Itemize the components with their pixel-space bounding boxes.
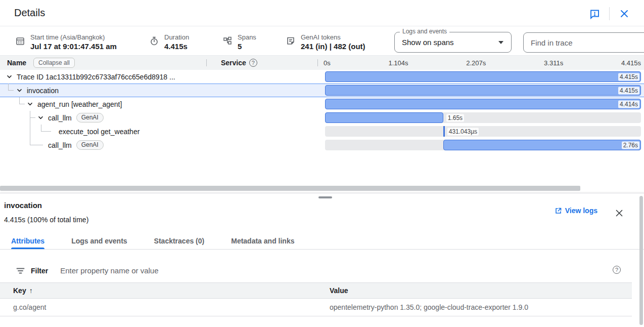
- span-row-invocation[interactable]: invocation 4.415s: [0, 84, 644, 97]
- close-icon: [615, 209, 624, 218]
- feedback-icon: [589, 8, 601, 20]
- value-column-header: Value: [330, 283, 348, 298]
- span-duration-label: 4.414s: [618, 100, 639, 108]
- span-name: call_llm: [48, 141, 72, 149]
- filter-icon: [16, 267, 25, 274]
- logs-and-events-dropdown-value: Show on spans: [402, 32, 454, 52]
- timeline-ticks: 0s 1.104s 2.207s 3.311s 4.415s: [324, 56, 641, 70]
- span-duration-label: 2.76s: [622, 141, 639, 149]
- span-bar[interactable]: 2.76s: [443, 140, 641, 150]
- spans-label: Spans: [238, 33, 256, 42]
- close-details-button[interactable]: [617, 6, 632, 21]
- filter-label: Filter: [31, 267, 48, 275]
- chevron-down-icon[interactable]: [6, 75, 12, 78]
- span-bar[interactable]: [325, 112, 443, 123]
- tick-label: 0s: [324, 59, 331, 67]
- start-time-label: Start time (Asia/Bangkok): [30, 33, 117, 42]
- feedback-button[interactable]: [587, 6, 602, 21]
- help-icon[interactable]: ?: [249, 59, 257, 67]
- name-column-header: Name: [7, 56, 26, 70]
- span-waterfall: Trace ID 1ac13311b992c6733af76cc65e6d891…: [0, 70, 644, 152]
- key-column-header[interactable]: Key↑: [13, 283, 33, 298]
- span-duration-label: 4.415s: [618, 73, 639, 80]
- tab-stacktraces[interactable]: Stacktraces (0): [154, 234, 205, 249]
- filter-input[interactable]: [60, 266, 515, 275]
- help-icon[interactable]: ?: [613, 266, 621, 274]
- genai-tokens-icon: [286, 36, 296, 51]
- spans-value: 5: [238, 42, 256, 51]
- details-header: Details: [0, 0, 644, 26]
- trace-summary-toolbar: Start time (Asia/Bangkok) Jul 17 at 9:01…: [0, 26, 644, 56]
- view-logs-label: View logs: [565, 207, 597, 215]
- attributes-filter-bar: Filter ?: [0, 259, 644, 282]
- span-bar[interactable]: 4.415s: [325, 71, 641, 82]
- attribute-row[interactable]: g.co/agent opentelemetry-python 1.35.0; …: [0, 299, 632, 316]
- trace-details-page: Details: [0, 0, 644, 327]
- stat-spans: Spans 5: [222, 33, 256, 51]
- span-row-agent-run[interactable]: agent_run [weather_agent] 4.414s: [0, 97, 644, 111]
- tab-attributes[interactable]: Attributes: [11, 234, 44, 249]
- header-divider: [609, 7, 610, 20]
- horizontal-scrollbar[interactable]: [0, 186, 580, 191]
- page-title: Details: [14, 7, 45, 19]
- sort-ascending-icon: ↑: [29, 287, 33, 295]
- span-bar[interactable]: 4.414s: [325, 99, 641, 109]
- close-panel-button[interactable]: [612, 206, 627, 221]
- stopwatch-icon: [149, 36, 159, 51]
- calendar-icon: [15, 36, 25, 51]
- column-divider: [206, 59, 207, 66]
- chevron-down-icon: [498, 41, 503, 44]
- view-logs-link[interactable]: View logs: [555, 207, 597, 215]
- span-row-trace[interactable]: Trace ID 1ac13311b992c6733af76cc65e6d891…: [0, 70, 644, 84]
- attribute-key: g.co/agent: [13, 299, 46, 316]
- stat-genai-tokens: GenAI tokens 241 (in) | 482 (out): [286, 33, 365, 51]
- tab-metadata-and-links[interactable]: Metadata and links: [231, 234, 294, 249]
- tick-label: 1.104s: [388, 59, 408, 67]
- span-duration-label: 431.043µs: [447, 128, 479, 135]
- vertical-scrollbar[interactable]: [639, 196, 643, 325]
- span-name: agent_run [weather_agent]: [37, 100, 122, 108]
- span-bar[interactable]: 4.415s: [325, 85, 641, 96]
- collapse-all-button[interactable]: Collapse all: [33, 58, 75, 68]
- span-detail-title: invocation: [4, 201, 42, 210]
- genai-tokens-value: 241 (in) | 482 (out): [301, 42, 365, 51]
- span-detail-panel: invocation 4.415s (100% of total time) V…: [0, 193, 644, 327]
- tick-label: 3.311s: [544, 59, 563, 67]
- chevron-down-icon[interactable]: [37, 116, 43, 119]
- open-in-new-icon: [555, 207, 562, 215]
- stat-duration: Duration 4.415s: [149, 33, 189, 51]
- span-name: Trace ID 1ac13311b992c6733af76cc65e6d891…: [17, 73, 175, 81]
- span-row-call-llm-2[interactable]: call_llm GenAI 2.76s: [0, 138, 644, 152]
- attributes-table-header: Key↑ Value: [0, 282, 632, 299]
- span-detail-duration: 4.415s (100% of total time): [4, 216, 88, 224]
- chevron-down-icon[interactable]: [16, 89, 22, 92]
- genai-badge: GenAI: [76, 113, 104, 122]
- chevron-down-icon[interactable]: [27, 102, 33, 106]
- tick-label: 2.207s: [466, 59, 486, 67]
- stat-start-time: Start time (Asia/Bangkok) Jul 17 at 9:01…: [15, 33, 117, 51]
- find-in-trace-input[interactable]: [523, 32, 644, 53]
- service-column-header: Service ?: [221, 56, 257, 70]
- panel-drag-handle[interactable]: [318, 196, 332, 198]
- duration-label: Duration: [164, 33, 189, 42]
- genai-tokens-label: GenAI tokens: [301, 33, 365, 42]
- spans-icon: [222, 36, 233, 51]
- start-time-value: Jul 17 at 9:01:47.451 am: [30, 42, 117, 51]
- span-duration-label: 1.65s: [446, 114, 464, 121]
- span-row-call-llm-1[interactable]: call_llm GenAI 1.65s: [0, 111, 644, 125]
- duration-value: 4.415s: [164, 42, 189, 51]
- span-name: call_llm: [48, 114, 72, 122]
- span-row-execute-tool[interactable]: execute_tool get_weather 431.043µs: [0, 125, 644, 138]
- waterfall-header: Name Collapse all Service ? 0s 1.104s 2.…: [0, 56, 644, 70]
- header-actions: [587, 6, 632, 21]
- tick-label: 4.415s: [621, 59, 641, 67]
- tab-logs-and-events[interactable]: Logs and events: [71, 234, 127, 249]
- span-instant-marker[interactable]: [443, 126, 445, 137]
- span-name: invocation: [27, 87, 59, 95]
- panel-tabs: Attributes Logs and events Stacktraces (…: [0, 234, 644, 250]
- column-divider: [317, 59, 318, 66]
- logs-and-events-dropdown[interactable]: Logs and events Show on spans: [394, 32, 512, 53]
- close-icon: [619, 9, 629, 19]
- timeline-track: [325, 126, 641, 137]
- span-name: execute_tool get_weather: [59, 128, 140, 136]
